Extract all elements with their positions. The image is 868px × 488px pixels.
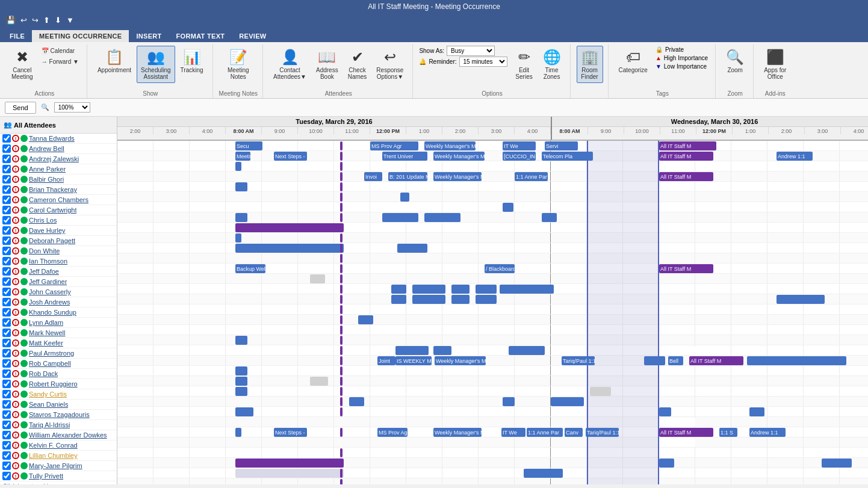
attendee-check-jeff-g[interactable] (2, 277, 11, 286)
attendee-check-chris[interactable] (2, 216, 11, 224)
attendee-check-deborah[interactable] (2, 236, 11, 245)
attendee-check-william[interactable] (2, 431, 11, 439)
attendee-name-lynn[interactable]: Lynn Adlam (29, 319, 63, 326)
attendee-name-rob-d[interactable]: Rob Dack (29, 370, 58, 377)
attendee-name-josh[interactable]: Josh Andrews (29, 298, 70, 306)
attendee-name-tanna[interactable]: Tanna Edwards (29, 135, 75, 142)
attendee-name-anne[interactable]: Anne Parker (29, 165, 66, 173)
redo-button[interactable]: ↪ (31, 15, 40, 25)
attendee-name-balbir[interactable]: Balbir Ghori (29, 176, 64, 183)
attendee-check-mark[interactable] (2, 329, 11, 337)
attendee-name-rob-c[interactable]: Rob Campbell (29, 360, 71, 367)
more-button[interactable]: ▼ (65, 15, 75, 25)
attendee-name-carol[interactable]: Carol Cartwright (29, 206, 76, 214)
attendee-name-lillian[interactable]: Lillian Chumbley (29, 452, 78, 459)
attendee-check-rob-c[interactable] (2, 359, 11, 368)
attendee-name-cameron[interactable]: Cameron Chambers (29, 196, 88, 203)
attendee-check-matt[interactable] (2, 339, 11, 347)
attendee-check-ian[interactable] (2, 257, 11, 265)
tab-file[interactable]: FILE (2, 30, 32, 42)
attendee-check-lynn[interactable] (2, 318, 11, 327)
attendee-check-cameron[interactable] (2, 196, 11, 204)
edit-series-button[interactable]: ✏ EditSeries (511, 46, 538, 83)
attendee-name-tariq[interactable]: Tariq Al-Idrissi (29, 421, 70, 428)
attendee-name-mary[interactable]: Mary-Jane Pilgrim (29, 462, 82, 469)
scheduling-assistant-button[interactable]: 👥 SchedulingAssistant (137, 46, 175, 83)
reminder-select[interactable]: 15 minutes 5 minutes 30 minutes 1 hour (459, 57, 507, 67)
attendee-name-john[interactable]: John Casserly (29, 288, 71, 295)
attendee-check-jeff-d[interactable] (2, 267, 11, 276)
attendee-check-lillian[interactable] (2, 451, 11, 460)
tab-meeting-occurrence[interactable]: MEETING OCCURRENCE (32, 30, 129, 42)
attendee-check-don[interactable] (2, 247, 11, 255)
undo-button[interactable]: ↩ (19, 15, 28, 25)
tab-insert[interactable]: INSERT (129, 30, 169, 42)
attendee-name-brian[interactable]: Brian Thackeray (29, 186, 77, 193)
attendee-check-brian[interactable] (2, 185, 11, 194)
attendee-check-kelvin[interactable] (2, 441, 11, 449)
check-names-button[interactable]: ✔ CheckNames (344, 46, 371, 83)
zoom-select[interactable]: 100% 75% 125% (54, 102, 90, 113)
tab-review[interactable]: REVIEW (232, 30, 273, 42)
zoom-button[interactable]: 🔍 Zoom (722, 46, 748, 76)
cancel-meeting-button[interactable]: ✖ CancelMeeting (7, 46, 37, 83)
forward-button[interactable]: → Forward ▼ (39, 57, 82, 67)
attendee-check-josh[interactable] (2, 298, 11, 306)
send-button[interactable]: Send (5, 102, 36, 114)
apps-for-office-button[interactable]: ⬛ Apps forOffice (760, 46, 790, 83)
tracking-button[interactable]: 📊 Tracking (176, 46, 208, 76)
attendee-name-khando[interactable]: Khando Sundup (29, 309, 76, 316)
attendee-name-deborah[interactable]: Deborah Pagett (29, 237, 75, 244)
address-book-button[interactable]: 📖 AddressBook (312, 46, 343, 83)
save-button[interactable]: 💾 (5, 15, 17, 25)
calendar-button[interactable]: 📅 Calendar (39, 46, 82, 56)
attendee-name-kelvin[interactable]: Kelvin F. Conrad (29, 442, 78, 449)
attendee-name-ian[interactable]: Ian Thomson (29, 258, 67, 265)
attendee-name-chris[interactable]: Chris Los (29, 217, 57, 224)
attendee-name-mark[interactable]: Mark Newell (29, 329, 66, 336)
contact-attendees-button[interactable]: 👤 ContactAttendees▼ (269, 46, 311, 83)
attendee-name-paul[interactable]: Paul Armstrong (29, 350, 74, 357)
attendee-name-tully[interactable]: Tully Privett (29, 472, 63, 480)
attendee-check-tanna[interactable] (2, 134, 11, 143)
attendee-name-andrzej[interactable]: Andrzej Zalewski (29, 155, 79, 162)
attendee-check-stavros[interactable] (2, 410, 11, 419)
response-options-button[interactable]: ↩ ResponseOptions▼ (372, 46, 408, 83)
attendee-check-rob-d[interactable] (2, 369, 11, 378)
categorize-button[interactable]: 🏷 Categorize (615, 46, 652, 76)
tab-format-text[interactable]: FORMAT TEXT (169, 30, 232, 42)
attendee-check-anne[interactable] (2, 165, 11, 173)
down-button[interactable]: ⬇ (54, 15, 63, 25)
attendee-name-william[interactable]: William Alexander Dowkes (29, 431, 107, 439)
up-button[interactable]: ⬆ (42, 15, 51, 25)
attendee-name-matt[interactable]: Matt Keefer (29, 339, 63, 347)
timeline-scroll[interactable]: Tuesday, March 29, 2016 2:00 3:00 4:00 8… (117, 117, 868, 484)
attendee-check-khando[interactable] (2, 308, 11, 317)
attendee-check-tariq[interactable] (2, 421, 11, 429)
attendee-check-robert[interactable] (2, 380, 11, 388)
attendee-check-paul[interactable] (2, 349, 11, 357)
attendee-check-tully[interactable] (2, 472, 11, 480)
attendee-name-don[interactable]: Don White (29, 247, 60, 255)
attendee-name-andrew[interactable]: Andrew Bell (29, 145, 64, 152)
add-attendee-row[interactable]: Click here to add a name... (0, 481, 117, 484)
attendee-name-jeff-d[interactable]: Jeff Dafoe (29, 268, 59, 275)
attendee-check-mary[interactable] (2, 462, 11, 470)
attendee-name-dave[interactable]: Dave Hurley (29, 227, 66, 234)
attendee-name-robert[interactable]: Robert Ruggiero (29, 380, 78, 388)
attendee-check-john[interactable] (2, 288, 11, 296)
attendee-check-dave[interactable] (2, 226, 11, 235)
time-zones-button[interactable]: 🌐 TimeZones (539, 46, 565, 83)
attendee-name-stavros[interactable]: Stavros Tzagadouris (29, 411, 90, 418)
attendee-name-sean[interactable]: Sean Daniels (29, 401, 68, 408)
show-as-select[interactable]: Busy Free Tentative Out of Office (447, 46, 495, 56)
attendee-check-andrzej[interactable] (2, 155, 11, 163)
attendee-name-jeff-g[interactable]: Jeff Gardiner (29, 278, 67, 285)
attendee-check-sean[interactable] (2, 400, 11, 409)
room-finder-button[interactable]: 🏢 RoomFinder (577, 46, 603, 83)
attendee-check-andrew[interactable] (2, 144, 11, 153)
add-attendee-label[interactable]: Click here to add a name... (2, 483, 75, 485)
attendee-check-carol[interactable] (2, 206, 11, 214)
attendee-check-balbir[interactable] (2, 175, 11, 184)
attendee-name-sandy[interactable]: Sandy Curtis (29, 391, 67, 398)
